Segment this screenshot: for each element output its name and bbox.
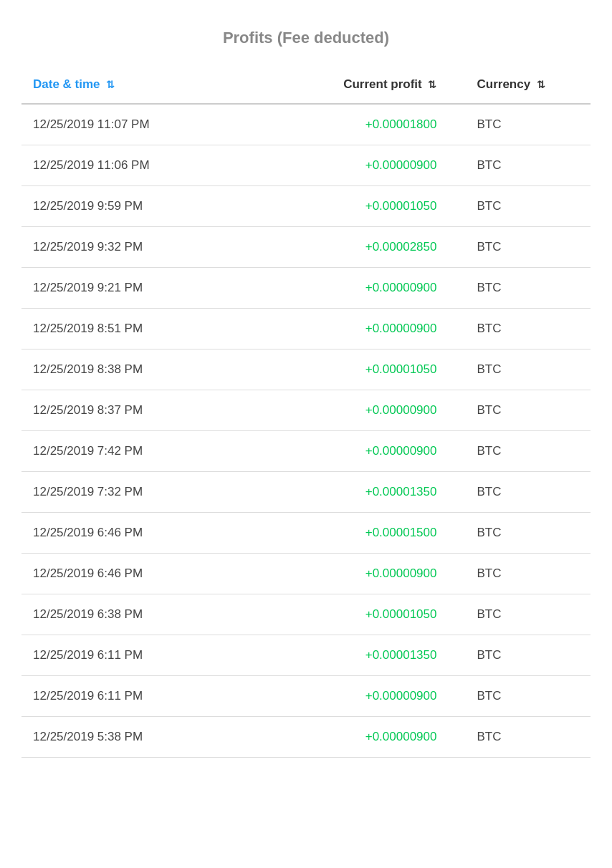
- table-row: 12/25/2019 7:42 PM+0.00000900BTC: [21, 431, 591, 472]
- profit-column-header[interactable]: Current profit ⇅: [277, 69, 448, 104]
- currency-cell: BTC: [448, 349, 591, 390]
- date-cell: 12/25/2019 6:46 PM: [21, 554, 277, 594]
- profit-cell: +0.00000900: [277, 431, 448, 472]
- date-cell: 12/25/2019 6:11 PM: [21, 676, 277, 717]
- currency-cell: BTC: [448, 472, 591, 513]
- page-title: Profits (Fee deducted): [0, 14, 612, 69]
- profit-cell: +0.00001050: [277, 186, 448, 227]
- date-cell: 12/25/2019 8:38 PM: [21, 349, 277, 390]
- currency-cell: BTC: [448, 554, 591, 594]
- table-row: 12/25/2019 6:46 PM+0.00000900BTC: [21, 554, 591, 594]
- date-column-label: Date & time: [33, 77, 100, 91]
- date-cell: 12/25/2019 9:32 PM: [21, 227, 277, 268]
- table-row: 12/25/2019 9:21 PM+0.00000900BTC: [21, 268, 591, 309]
- profit-sort-icon: ⇅: [428, 79, 436, 90]
- date-cell: 12/25/2019 9:21 PM: [21, 268, 277, 309]
- currency-sort-icon: ⇅: [537, 79, 545, 90]
- profit-cell: +0.00000900: [277, 676, 448, 717]
- date-cell: 12/25/2019 7:42 PM: [21, 431, 277, 472]
- profits-table: Date & time ⇅ Current profit ⇅ Currency …: [21, 69, 591, 758]
- currency-cell: BTC: [448, 227, 591, 268]
- profit-cell: +0.00000900: [277, 390, 448, 431]
- date-cell: 12/25/2019 11:07 PM: [21, 104, 277, 145]
- table-container: Date & time ⇅ Current profit ⇅ Currency …: [0, 69, 612, 758]
- table-row: 12/25/2019 6:11 PM+0.00000900BTC: [21, 676, 591, 717]
- currency-cell: BTC: [448, 186, 591, 227]
- profit-cell: +0.00002850: [277, 227, 448, 268]
- date-cell: 12/25/2019 8:37 PM: [21, 390, 277, 431]
- currency-cell: BTC: [448, 594, 591, 635]
- table-row: 12/25/2019 11:06 PM+0.00000900BTC: [21, 145, 591, 186]
- profit-cell: +0.00001800: [277, 104, 448, 145]
- table-row: 12/25/2019 8:37 PM+0.00000900BTC: [21, 390, 591, 431]
- profit-cell: +0.00001050: [277, 594, 448, 635]
- table-header-row: Date & time ⇅ Current profit ⇅ Currency …: [21, 69, 591, 104]
- profit-cell: +0.00001350: [277, 472, 448, 513]
- profit-cell: +0.00000900: [277, 145, 448, 186]
- date-cell: 12/25/2019 7:32 PM: [21, 472, 277, 513]
- date-column-header[interactable]: Date & time ⇅: [21, 69, 277, 104]
- date-cell: 12/25/2019 11:06 PM: [21, 145, 277, 186]
- profit-cell: +0.00000900: [277, 309, 448, 349]
- table-row: 12/25/2019 9:59 PM+0.00001050BTC: [21, 186, 591, 227]
- table-row: 12/25/2019 6:38 PM+0.00001050BTC: [21, 594, 591, 635]
- date-cell: 12/25/2019 6:46 PM: [21, 513, 277, 554]
- date-cell: 12/25/2019 5:38 PM: [21, 717, 277, 758]
- table-row: 12/25/2019 8:51 PM+0.00000900BTC: [21, 309, 591, 349]
- table-row: 12/25/2019 7:32 PM+0.00001350BTC: [21, 472, 591, 513]
- date-cell: 12/25/2019 8:51 PM: [21, 309, 277, 349]
- table-row: 12/25/2019 6:46 PM+0.00001500BTC: [21, 513, 591, 554]
- table-row: 12/25/2019 11:07 PM+0.00001800BTC: [21, 104, 591, 145]
- currency-cell: BTC: [448, 390, 591, 431]
- date-cell: 12/25/2019 9:59 PM: [21, 186, 277, 227]
- profit-column-label: Current profit: [343, 77, 422, 91]
- currency-cell: BTC: [448, 431, 591, 472]
- currency-cell: BTC: [448, 145, 591, 186]
- profit-cell: +0.00001350: [277, 635, 448, 676]
- table-row: 12/25/2019 8:38 PM+0.00001050BTC: [21, 349, 591, 390]
- currency-cell: BTC: [448, 268, 591, 309]
- table-row: 12/25/2019 6:11 PM+0.00001350BTC: [21, 635, 591, 676]
- date-sort-icon: ⇅: [106, 79, 115, 90]
- currency-cell: BTC: [448, 309, 591, 349]
- currency-cell: BTC: [448, 635, 591, 676]
- table-row: 12/25/2019 5:38 PM+0.00000900BTC: [21, 717, 591, 758]
- currency-cell: BTC: [448, 513, 591, 554]
- date-cell: 12/25/2019 6:38 PM: [21, 594, 277, 635]
- currency-cell: BTC: [448, 717, 591, 758]
- profit-cell: +0.00001500: [277, 513, 448, 554]
- currency-cell: BTC: [448, 676, 591, 717]
- table-row: 12/25/2019 9:32 PM+0.00002850BTC: [21, 227, 591, 268]
- currency-column-label: Currency: [477, 77, 530, 91]
- currency-cell: BTC: [448, 104, 591, 145]
- profit-cell: +0.00000900: [277, 268, 448, 309]
- profit-cell: +0.00000900: [277, 554, 448, 594]
- date-cell: 12/25/2019 6:11 PM: [21, 635, 277, 676]
- profit-cell: +0.00001050: [277, 349, 448, 390]
- currency-column-header[interactable]: Currency ⇅: [448, 69, 591, 104]
- profit-cell: +0.00000900: [277, 717, 448, 758]
